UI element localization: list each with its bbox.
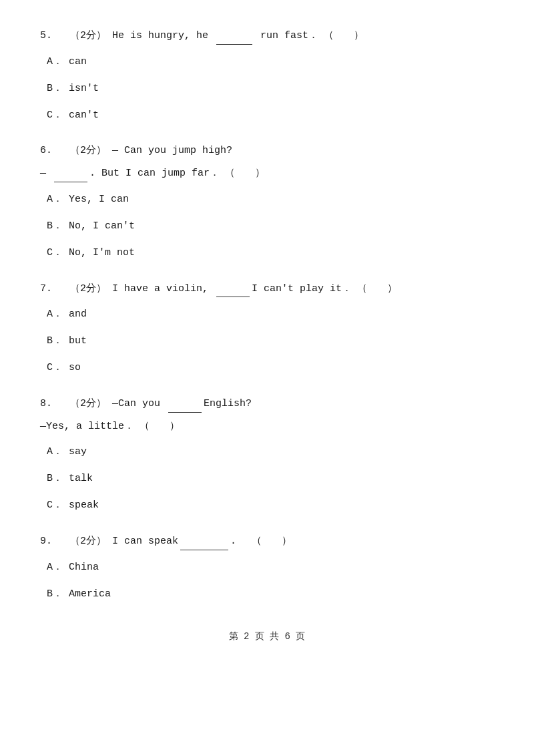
q6-option-b: B． No, I can't [40, 218, 494, 234]
q7-blank [216, 280, 250, 298]
q9-a-label: A． [47, 562, 63, 573]
q9-points: （2分） [70, 536, 106, 547]
q5-blank [216, 27, 252, 45]
q9-b-label: B． [47, 588, 63, 600]
question-7-text: 7. （2分） I have a violin, I can't play it… [40, 280, 494, 298]
q6-follow: — . But I can jump far．（ ） [40, 164, 494, 182]
q6-paren: （ ） [225, 165, 265, 182]
q7-b-text: but [69, 335, 87, 347]
q5-paren: （ ） [324, 27, 364, 45]
question-5: 5. （2分） He is hungry, he run fast．（ ） A．… [40, 27, 494, 124]
question-8-text: 8. （2分） —Can you English? —Yes, a little… [40, 395, 494, 435]
q5-option-b: B． isn't [40, 81, 494, 97]
q6-blank [54, 164, 87, 182]
q7-option-c: C． so [40, 360, 494, 376]
q6-b-text: No, I can't [69, 220, 135, 232]
q5-option-a: A． can [40, 54, 494, 70]
q8-number: 8. [40, 398, 52, 409]
q6-c-label: C． [47, 247, 63, 258]
question-8: 8. （2分） —Can you English? —Yes, a little… [40, 395, 494, 514]
q6-points: （2分） [70, 145, 106, 156]
q8-points: （2分） [70, 398, 106, 409]
q8-b-label: B． [47, 473, 63, 484]
question-7: 7. （2分） I have a violin, I can't play it… [40, 280, 494, 377]
q6-option-a: A． Yes, I can [40, 192, 494, 208]
q6-c-text: No, I'm not [69, 247, 135, 258]
q5-b-text: isn't [69, 83, 99, 94]
q8-c-text: speak [69, 500, 99, 511]
q9-b-text: America [69, 588, 111, 600]
question-9: 9. （2分） I can speak . （ ） A． China B． Am… [40, 532, 494, 602]
q8-option-b: B． talk [40, 471, 494, 487]
q5-c-label: C． [47, 110, 63, 121]
q6-number: 6. [40, 145, 52, 156]
q6-a-text: Yes, I can [69, 194, 129, 205]
q5-a-label: A． [47, 56, 63, 67]
q7-paren: （ ） [357, 280, 397, 298]
q8-option-a: A． say [40, 444, 494, 460]
q7-c-text: so [69, 362, 81, 373]
footer-text: 第 2 页 共 6 页 [229, 631, 306, 642]
q5-c-text: can't [69, 110, 99, 121]
q7-a-text: and [69, 309, 87, 320]
q6-option-c: C． No, I'm not [40, 245, 494, 261]
q7-a-label: A． [47, 309, 63, 320]
q5-b-label: B． [47, 83, 63, 94]
q8-follow: —Yes, a little．（ ） [40, 418, 494, 435]
q7-b-label: B． [47, 335, 63, 347]
q7-c-label: C． [47, 362, 63, 373]
q5-a-text: can [69, 56, 87, 67]
page-footer: 第 2 页 共 6 页 [40, 629, 494, 644]
q7-option-b: B． but [40, 333, 494, 349]
q8-b-text: talk [69, 473, 93, 484]
q8-a-text: say [69, 446, 87, 457]
q8-c-label: C． [47, 500, 63, 511]
question-5-text: 5. （2分） He is hungry, he run fast．（ ） [40, 27, 494, 45]
q5-option-c: C． can't [40, 108, 494, 124]
q9-option-b: B． America [40, 586, 494, 602]
q5-points: （2分） [70, 30, 106, 41]
q9-number: 9. [40, 536, 52, 547]
q8-blank [168, 395, 202, 413]
q9-blank [180, 532, 228, 550]
q9-a-text: China [69, 562, 99, 573]
q8-option-c: C． speak [40, 498, 494, 514]
q6-a-label: A． [47, 194, 63, 205]
q7-option-a: A． and [40, 307, 494, 323]
q9-paren: （ ） [252, 533, 292, 550]
q7-points: （2分） [70, 283, 106, 295]
q6-b-label: B． [47, 220, 63, 232]
question-6-text: 6. （2分） — Can you jump high? — . But I c… [40, 142, 494, 182]
q9-option-a: A． China [40, 560, 494, 576]
q7-number: 7. [40, 283, 52, 295]
question-9-text: 9. （2分） I can speak . （ ） [40, 532, 494, 550]
q8-paren: （ ） [140, 418, 180, 435]
question-6: 6. （2分） — Can you jump high? — . But I c… [40, 142, 494, 261]
q5-number: 5. [40, 30, 52, 41]
q8-a-label: A． [47, 446, 63, 457]
